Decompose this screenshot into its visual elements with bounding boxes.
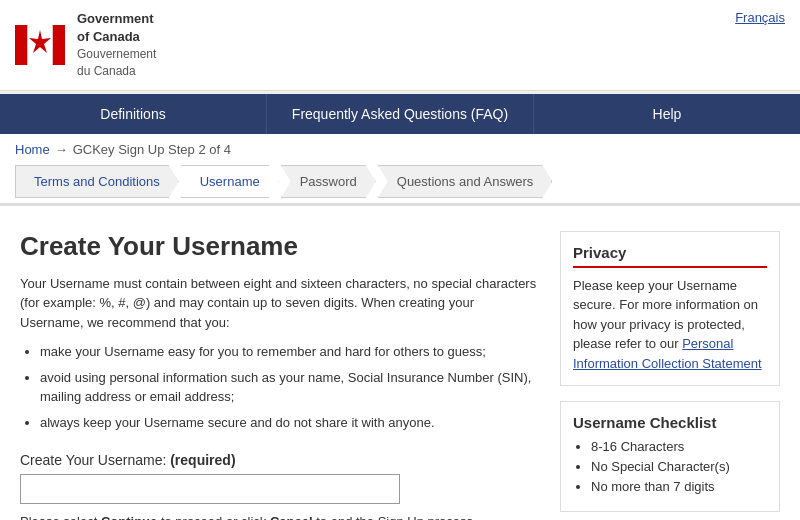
step-tabs: Terms and Conditions Username Password Q… bbox=[0, 165, 800, 198]
tab-terms[interactable]: Terms and Conditions bbox=[15, 165, 179, 198]
page-title: Create Your Username bbox=[20, 231, 540, 262]
main-nav: Definitions Frequently Asked Questions (… bbox=[0, 94, 800, 134]
tab-questions[interactable]: Questions and Answers bbox=[378, 165, 553, 198]
checklist-item-2: No Special Character(s) bbox=[591, 459, 767, 474]
continue-note: Please select Continue to proceed or cli… bbox=[20, 514, 540, 520]
sidebar: Privacy Please keep your Username secure… bbox=[560, 231, 780, 520]
language-toggle-link[interactable]: Français bbox=[735, 10, 785, 25]
breadcrumb: Home → GCKey Sign Up Step 2 of 4 bbox=[0, 134, 800, 165]
username-label: Create Your Username: (required) bbox=[20, 452, 540, 468]
tab-username[interactable]: Username bbox=[181, 165, 279, 198]
checklist-item-3: No more than 7 digits bbox=[591, 479, 767, 494]
privacy-text: Please keep your Username secure. For mo… bbox=[573, 276, 767, 374]
rule-2: avoid using personal information such as… bbox=[40, 368, 540, 407]
breadcrumb-current: GCKey Sign Up Step 2 of 4 bbox=[73, 142, 231, 157]
nav-help[interactable]: Help bbox=[534, 94, 800, 134]
privacy-title: Privacy bbox=[573, 244, 767, 268]
rule-3: always keep your Username secure and do … bbox=[40, 413, 540, 433]
svg-rect-1 bbox=[53, 25, 66, 65]
canada-flag-icon bbox=[15, 25, 65, 65]
checklist-list: 8-16 Characters No Special Character(s) … bbox=[591, 439, 767, 494]
breadcrumb-arrow: → bbox=[55, 142, 68, 157]
username-input[interactable] bbox=[20, 474, 400, 504]
tab-password[interactable]: Password bbox=[281, 165, 376, 198]
description-text: Your Username must contain between eight… bbox=[20, 274, 540, 333]
nav-definitions[interactable]: Definitions bbox=[0, 94, 267, 134]
username-form: Create Your Username: (required) Please … bbox=[20, 452, 540, 520]
government-name: Governmentof Canada Gouvernementdu Canad… bbox=[77, 10, 156, 80]
checklist-item-1: 8-16 Characters bbox=[591, 439, 767, 454]
checklist-box: Username Checklist 8-16 Characters No Sp… bbox=[560, 401, 780, 512]
privacy-box: Privacy Please keep your Username secure… bbox=[560, 231, 780, 387]
rules-list: make your Username easy for you to remem… bbox=[40, 342, 540, 432]
checklist-title: Username Checklist bbox=[573, 414, 767, 431]
rule-1: make your Username easy for you to remem… bbox=[40, 342, 540, 362]
home-link[interactable]: Home bbox=[15, 142, 50, 157]
nav-faq[interactable]: Frequently Asked Questions (FAQ) bbox=[267, 94, 534, 134]
svg-rect-0 bbox=[15, 25, 28, 65]
